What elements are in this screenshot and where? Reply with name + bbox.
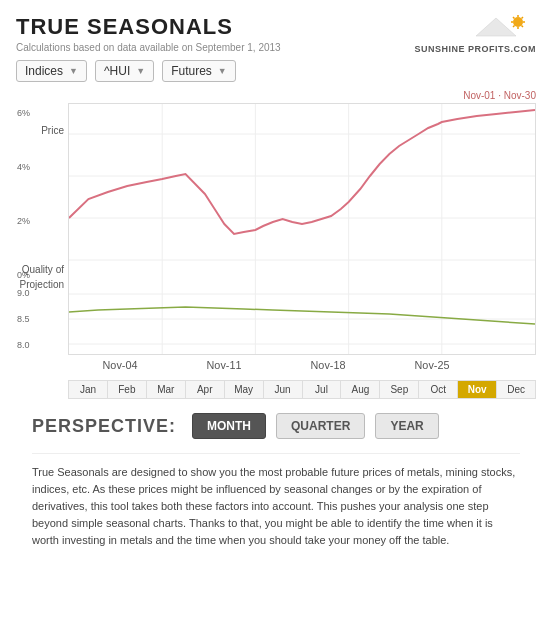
main-chart-wrapper: 6% 4% 2% 0% — [16, 103, 536, 376]
perspective-year-button[interactable]: YEAR — [375, 413, 438, 439]
title-block: TRUE SEASONALS Calculations based on dat… — [16, 14, 281, 53]
page-subtitle: Calculations based on data available on … — [16, 42, 281, 53]
svg-line-7 — [522, 26, 524, 28]
price-label: Price — [41, 125, 64, 136]
main-chart-area: 6% 4% 2% 0% — [68, 103, 536, 284]
month-tab-jan[interactable]: Jan — [69, 381, 108, 398]
svg-marker-0 — [476, 18, 516, 36]
svg-line-8 — [522, 17, 524, 19]
main-chart-svg — [69, 104, 535, 284]
dropdown-hui[interactable]: ^HUI ▼ — [95, 60, 154, 82]
svg-line-9 — [513, 26, 515, 28]
dropdown-futures-value: Futures — [171, 64, 212, 78]
month-tabs: Jan Feb Mar Apr May Jun Jul Aug Sep Oct … — [68, 380, 536, 399]
dropdown-indices[interactable]: Indices ▼ — [16, 60, 87, 82]
dropdown-hui-arrow: ▼ — [136, 66, 145, 76]
month-tab-jun[interactable]: Jun — [264, 381, 303, 398]
header: TRUE SEASONALS Calculations based on dat… — [16, 14, 536, 54]
month-tab-oct[interactable]: Oct — [419, 381, 458, 398]
quality-chart-svg — [69, 284, 535, 354]
dropdown-futures-arrow: ▼ — [218, 66, 227, 76]
svg-line-6 — [513, 17, 515, 19]
month-tab-feb[interactable]: Feb — [108, 381, 147, 398]
perspective-label: PERSPECTIVE: — [32, 416, 176, 437]
month-tab-mar[interactable]: Mar — [147, 381, 186, 398]
month-tab-jul[interactable]: Jul — [303, 381, 342, 398]
controls-row: Indices ▼ ^HUI ▼ Futures ▼ — [16, 60, 536, 82]
month-tab-may[interactable]: May — [225, 381, 264, 398]
svg-text:Nov-25: Nov-25 — [415, 360, 450, 371]
dropdown-indices-value: Indices — [25, 64, 63, 78]
description-text: True Seasonals are designed to show you … — [32, 453, 520, 549]
month-tab-sep[interactable]: Sep — [380, 381, 419, 398]
y-axis-quality: 9.0 8.5 8.0 — [17, 284, 34, 354]
perspective-month-button[interactable]: MONTH — [192, 413, 266, 439]
dropdown-hui-value: ^HUI — [104, 64, 130, 78]
month-tab-apr[interactable]: Apr — [186, 381, 225, 398]
quality-label: Quality ofProjection — [20, 264, 64, 289]
month-tab-dec[interactable]: Dec — [497, 381, 535, 398]
quality-section: 9.0 8.5 8.0 — [68, 284, 536, 355]
page-container: TRUE SEASONALS Calculations based on dat… — [0, 0, 552, 569]
svg-text:Nov-11: Nov-11 — [207, 360, 242, 371]
date-range-label: Nov-01 · Nov-30 — [68, 90, 536, 101]
svg-text:Nov-04: Nov-04 — [103, 360, 138, 371]
logo-icon — [466, 14, 536, 44]
page-title: TRUE SEASONALS — [16, 14, 281, 40]
logo-block: SUNSHINE PROFITS.COM — [414, 14, 536, 54]
dropdown-indices-arrow: ▼ — [69, 66, 78, 76]
month-tab-aug[interactable]: Aug — [341, 381, 380, 398]
svg-text:Nov-18: Nov-18 — [311, 360, 346, 371]
perspective-row: PERSPECTIVE: MONTH QUARTER YEAR — [32, 413, 536, 439]
month-tab-nov[interactable]: Nov — [458, 381, 497, 398]
perspective-quarter-button[interactable]: QUARTER — [276, 413, 365, 439]
dropdown-futures[interactable]: Futures ▼ — [162, 60, 236, 82]
x-axis-labels-svg: Nov-04 Nov-11 Nov-18 Nov-25 — [16, 357, 536, 373]
logo-text: SUNSHINE PROFITS.COM — [414, 44, 536, 54]
